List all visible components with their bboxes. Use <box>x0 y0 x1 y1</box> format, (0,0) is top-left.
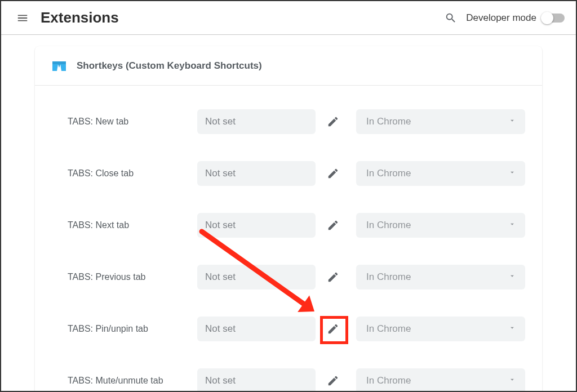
chevron-down-icon <box>508 272 516 280</box>
edit-shortcut-button[interactable] <box>319 263 347 291</box>
dropdown-caret <box>508 324 516 334</box>
shortcut-input[interactable]: Not set <box>197 265 316 289</box>
shortcut-label: TABS: Pin/unpin tab <box>68 324 197 334</box>
shortcut-label: TABS: New tab <box>68 117 197 127</box>
shortcut-row: TABS: Previous tab Not set In Chrome <box>68 251 525 303</box>
app-header: Extensions Developer mode <box>1 1 576 35</box>
shortcut-label: TABS: Next tab <box>68 220 197 230</box>
dropdown-caret <box>508 376 516 386</box>
dropdown-caret <box>508 272 516 282</box>
pencil-icon <box>327 375 339 387</box>
search-button[interactable] <box>441 8 460 28</box>
shortcut-input[interactable]: Not set <box>197 368 316 392</box>
shortcut-row: TABS: New tab Not set In Chrome <box>68 96 525 148</box>
shortcut-row: TABS: Pin/unpin tab Not set In Chrome <box>68 303 525 355</box>
scope-value: In Chrome <box>366 323 508 335</box>
hamburger-icon <box>16 12 29 24</box>
scope-value: In Chrome <box>366 271 508 283</box>
page-title: Extensions <box>41 9 119 26</box>
shortcut-input[interactable]: Not set <box>197 213 316 238</box>
chevron-down-icon <box>508 168 516 176</box>
chevron-down-icon <box>508 376 516 384</box>
chevron-down-icon <box>508 220 516 228</box>
scope-select[interactable]: In Chrome <box>356 368 525 392</box>
shorts-icon <box>52 60 66 72</box>
shortcut-input[interactable]: Not set <box>197 109 316 134</box>
shortcut-rows: TABS: New tab Not set In Chrome TABS: Cl… <box>35 86 542 392</box>
developer-mode-toggle[interactable] <box>542 14 565 23</box>
developer-mode-label: Developer mode <box>466 12 536 24</box>
edit-shortcut-button[interactable] <box>319 315 347 343</box>
scope-value: In Chrome <box>366 116 508 127</box>
shortcut-input[interactable]: Not set <box>197 161 316 186</box>
card-header: Shortkeys (Custom Keyboard Shortcuts) <box>35 46 542 86</box>
svg-rect-0 <box>52 61 66 64</box>
shortcut-label: TABS: Mute/unmute tab <box>68 376 197 386</box>
pencil-icon <box>327 271 339 283</box>
main-menu-button[interactable] <box>15 10 30 26</box>
chevron-down-icon <box>508 324 516 332</box>
extension-app-icon <box>52 60 66 72</box>
shortcut-label: TABS: Previous tab <box>68 272 197 282</box>
toggle-knob <box>541 12 553 24</box>
chevron-down-icon <box>508 117 516 124</box>
scope-value: In Chrome <box>366 220 508 231</box>
scope-select[interactable]: In Chrome <box>356 109 525 134</box>
shortcut-row: TABS: Mute/unmute tab Not set In Chrome <box>68 355 525 392</box>
pencil-icon <box>327 323 339 335</box>
scope-select[interactable]: In Chrome <box>356 161 525 186</box>
scope-select[interactable]: In Chrome <box>356 265 525 289</box>
extension-card: Shortkeys (Custom Keyboard Shortcuts) TA… <box>35 46 542 392</box>
scope-select[interactable]: In Chrome <box>356 213 525 238</box>
shortcut-row: TABS: Close tab Not set In Chrome <box>68 148 525 199</box>
scope-value: In Chrome <box>366 168 508 179</box>
dropdown-caret <box>508 220 516 230</box>
pencil-icon <box>327 219 339 231</box>
dropdown-caret <box>508 117 516 127</box>
shortcut-label: TABS: Close tab <box>68 168 197 179</box>
search-icon <box>445 12 457 24</box>
shortcut-input[interactable]: Not set <box>197 317 316 341</box>
edit-shortcut-button[interactable] <box>319 211 347 239</box>
extension-name: Shortkeys (Custom Keyboard Shortcuts) <box>77 60 262 72</box>
dropdown-caret <box>508 168 516 179</box>
edit-shortcut-button[interactable] <box>319 108 347 136</box>
stage: Shortkeys (Custom Keyboard Shortcuts) TA… <box>1 35 576 392</box>
scope-value: In Chrome <box>366 375 508 386</box>
pencil-icon <box>327 115 339 128</box>
scope-select[interactable]: In Chrome <box>356 317 525 341</box>
edit-shortcut-button[interactable] <box>319 367 347 392</box>
shortcut-row: TABS: Next tab Not set In Chrome <box>68 199 525 251</box>
pencil-icon <box>327 167 339 180</box>
edit-shortcut-button[interactable] <box>319 159 347 188</box>
